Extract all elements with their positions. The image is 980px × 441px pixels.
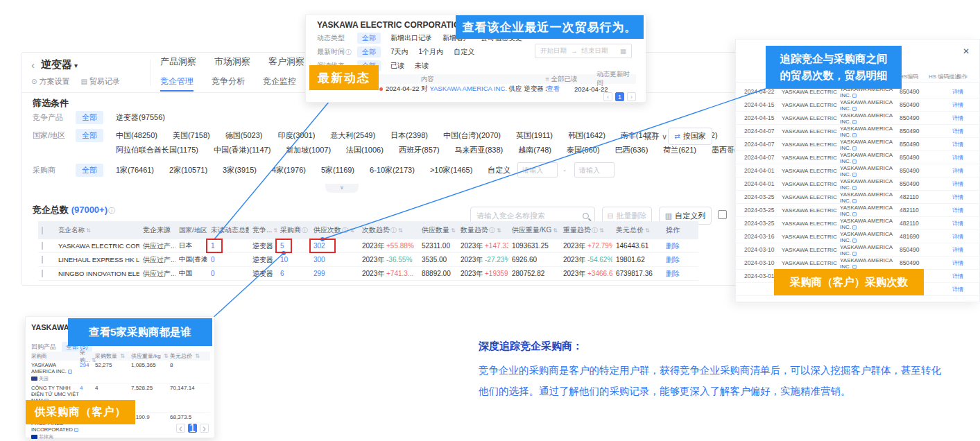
next-page-button[interactable]: ›: [200, 424, 209, 433]
country-option[interactable]: 新加坡(1007): [286, 145, 331, 155]
detail-link[interactable]: 详情: [952, 230, 976, 243]
col-supply-count[interactable]: 供应次数ⓘ⇅: [310, 225, 359, 235]
buyer-cell[interactable]: YASKAWA AMERICA INC. 日本: [840, 204, 898, 217]
buy-count[interactable]: 294: [80, 362, 95, 381]
country-option[interactable]: 德国(5023): [225, 130, 263, 141]
news-all-tag[interactable]: 全部: [357, 46, 381, 58]
unread-count[interactable]: 0: [207, 256, 249, 263]
country-option[interactable]: 荷兰(621): [663, 145, 696, 155]
detail-link[interactable]: 详情: [952, 85, 976, 98]
country-option[interactable]: 越南(748): [518, 145, 551, 155]
buyer-cell[interactable]: YASKAWA AMERICA INC. 日本: [840, 112, 898, 125]
buyers-count[interactable]: 6: [277, 270, 310, 277]
buyer-company-link[interactable]: YASKAWA AMERICA INC.: [429, 85, 507, 92]
country-option[interactable]: 中国(香港)(1147): [214, 145, 270, 155]
view-link[interactable]: 查看: [547, 85, 574, 94]
filter-all-tag[interactable]: 全部: [76, 111, 103, 124]
country-option[interactable]: 中国(48250): [116, 130, 157, 141]
competitor-cell[interactable]: YASKAWA ELECTRIC CORP...: [782, 151, 839, 164]
buyer-cell[interactable]: YASKAWA AMERICA INC. 日本: [840, 230, 898, 243]
buyer-count-option[interactable]: 5家(1169): [321, 165, 354, 175]
search-input[interactable]: [476, 211, 583, 220]
buyers-count[interactable]: 10: [277, 256, 310, 263]
buyer-cell[interactable]: YASKAWA AMERICA INC. 日本: [840, 243, 898, 257]
col-qty-trend[interactable]: 数量趋势ⓘ⇅: [457, 225, 508, 235]
col-product[interactable]: 竞争...⇅: [249, 225, 277, 235]
tab-market-insight[interactable]: 市场洞察: [214, 55, 250, 74]
col-supply-qty[interactable]: 供应数量⇅: [418, 225, 457, 235]
country-option[interactable]: 巴西(636): [615, 145, 648, 155]
country-option[interactable]: 中国(台湾)(2070): [443, 130, 501, 141]
buyer-cell[interactable]: YASKAWA AMERICA INC. 日本: [840, 191, 898, 204]
detail-link[interactable]: 详情: [952, 125, 976, 138]
competitor-cell[interactable]: YASKAWA ELECTRIC CORP...: [782, 112, 839, 125]
sort-icon[interactable]: ⇅: [451, 227, 456, 234]
news-read-option[interactable]: 未读: [415, 61, 429, 71]
country-option[interactable]: 法国(1006): [346, 145, 384, 155]
custom-range-max-input[interactable]: [574, 162, 614, 178]
col-weight-trend[interactable]: 重量趋势ⓘ⇅: [560, 225, 612, 235]
buyer-cell[interactable]: YASKAWA AMERICA INC. 日本: [840, 178, 898, 191]
detail-link[interactable]: 详情: [952, 191, 976, 204]
sort-icon[interactable]: ⇅: [645, 227, 650, 234]
competitor-name[interactable]: LINEHAUL EXPRESS HK LTD: [55, 256, 139, 263]
country-option[interactable]: 韩国(1642): [568, 130, 605, 141]
buyer-count-option[interactable]: 4家(1976): [272, 165, 306, 175]
detail-link[interactable]: 详情: [952, 138, 976, 151]
row-checkbox[interactable]: [42, 270, 43, 277]
buyer-name[interactable]: YASKAWA AMERICA INC. 美国: [31, 362, 80, 381]
delete-link[interactable]: 删除: [662, 269, 698, 279]
col-buy-usd[interactable]: 美元总价 ⇅: [170, 352, 210, 360]
country-option[interactable]: 日本(2398): [390, 130, 428, 141]
row-checkbox[interactable]: [42, 256, 43, 263]
detail-link[interactable]: 详情: [952, 151, 976, 164]
page-1-button[interactable]: 1: [188, 424, 197, 433]
next-page-button[interactable]: ›: [627, 92, 636, 101]
competitor-cell[interactable]: YASKAWA ELECTRIC CORP...: [782, 178, 839, 191]
collapse-filters-handle[interactable]: ∨: [325, 184, 359, 193]
news-type-option[interactable]: 新增出口记录: [390, 33, 432, 43]
filter-all-tag[interactable]: 全部: [76, 164, 103, 177]
subtab-competition-analysis[interactable]: 竞争分析: [212, 76, 245, 92]
country-option[interactable]: 英国(1911): [516, 130, 553, 141]
close-icon[interactable]: ✕: [963, 46, 970, 56]
supply-count[interactable]: 300: [310, 256, 359, 263]
competitor-cell[interactable]: YASKAWA ELECTRIC CORP...: [782, 191, 839, 204]
back-icon[interactable]: ‹: [31, 59, 35, 71]
buyer-cell[interactable]: YASKAWA AMERICA INC. 日本: [840, 98, 898, 112]
country-option[interactable]: 美国(7158): [173, 130, 210, 141]
competitor-cell[interactable]: YASKAWA ELECTRIC CORP...: [782, 217, 839, 230]
buyer-cell[interactable]: YASKAWA AMERICA INC. 日本: [840, 217, 898, 230]
news-time-option[interactable]: 自定义: [454, 47, 474, 57]
buyer-count-option[interactable]: 3家(3915): [223, 165, 257, 175]
buyer-count-option[interactable]: 2家(10571): [169, 165, 207, 175]
subtab-competitor-monitor[interactable]: 竞企监控: [263, 76, 296, 92]
search-icon[interactable]: [583, 213, 589, 219]
country-option[interactable]: 西班牙(857): [399, 145, 440, 155]
detail-link[interactable]: 详情: [952, 98, 976, 112]
buyer-count-option[interactable]: >10家(1465): [430, 165, 472, 175]
detail-link[interactable]: 详情: [952, 164, 976, 178]
tab-product-insight[interactable]: 产品洞察: [160, 55, 196, 74]
competitor-name[interactable]: NINGBO INNOVATION ELECTRONI: [55, 270, 139, 277]
unread-count[interactable]: 0: [207, 270, 249, 277]
sort-icon[interactable]: ⇅: [86, 227, 91, 234]
sort-icon[interactable]: ⇅: [599, 227, 604, 234]
competitor-cell[interactable]: YASKAWA ELECTRIC CORP...: [782, 138, 839, 151]
buyer-cell[interactable]: YASKAWA AMERICA INC. 日本: [840, 125, 898, 138]
sort-icon[interactable]: ⇅: [398, 227, 403, 234]
prev-page-button[interactable]: ‹: [603, 92, 612, 101]
scheme-setting-button[interactable]: ⊙方案设置: [31, 76, 69, 87]
select-all-checkbox[interactable]: [42, 227, 43, 234]
competitor-cell[interactable]: YASKAWA ELECTRIC CORP...: [782, 125, 839, 138]
detail-link[interactable]: 详情: [952, 270, 976, 283]
detail-link[interactable]: 详情: [952, 217, 976, 230]
country-option[interactable]: 印度(3001): [278, 130, 316, 141]
country-option[interactable]: 阿拉伯联合酋长国(1175): [116, 145, 198, 155]
by-country-button[interactable]: ⇄按国家: [668, 128, 712, 145]
col-usd-total[interactable]: 美元总价⇅: [612, 225, 662, 235]
product-option[interactable]: 逆变器(97556): [116, 112, 165, 123]
buyer-cell[interactable]: YASKAWA AMERICA INC. 日本: [840, 151, 898, 164]
fullscreen-icon[interactable]: [718, 210, 727, 219]
detail-link[interactable]: 详情: [952, 243, 976, 257]
